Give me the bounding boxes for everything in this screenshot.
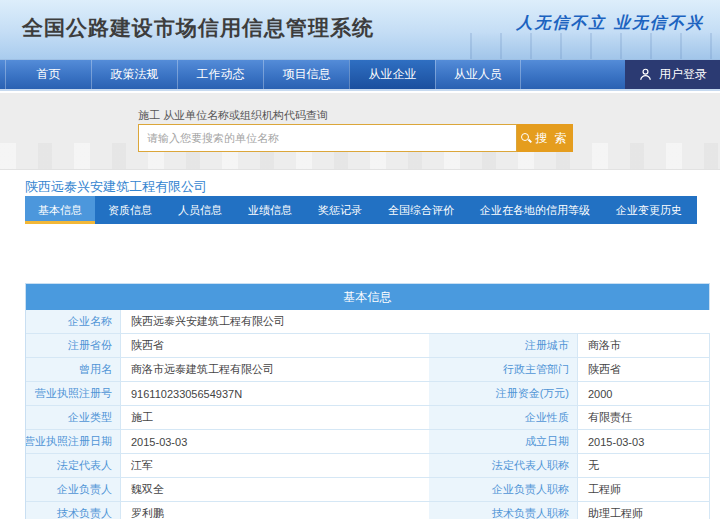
company-tabbar: 基本信息资质信息人员信息业绩信息奖惩记录全国综合评价企业在各地的信用等级企业变更… xyxy=(25,196,697,224)
row-value: 魏双全 xyxy=(121,478,429,502)
row-value: 2015-03-03 xyxy=(578,430,710,454)
nav-item-3[interactable]: 工作动态 xyxy=(177,60,263,89)
row-label: 企业名称 xyxy=(26,310,121,334)
tab-5[interactable]: 奖惩记录 xyxy=(305,196,375,224)
tab-7[interactable]: 企业在各地的信用等级 xyxy=(467,196,603,224)
row-value: 2000 xyxy=(578,382,710,406)
site-slogan: 人无信不立 业无信不兴 xyxy=(516,13,704,34)
row-label: 技术负责人职称 xyxy=(429,502,578,519)
row-label: 行政主管部门 xyxy=(429,358,578,382)
row-value: 无 xyxy=(578,454,710,478)
row-label: 法定代表人 xyxy=(26,454,121,478)
row-label: 曾用名 xyxy=(26,358,121,382)
row-value: 有限责任 xyxy=(578,406,710,430)
tab-2[interactable]: 资质信息 xyxy=(95,196,165,224)
nav-spacer xyxy=(521,60,625,89)
user-login-label: 用户登录 xyxy=(659,66,707,83)
search-icon xyxy=(521,133,532,144)
site-title: 全国公路建设市场信用信息管理系统 xyxy=(22,14,374,42)
row-label: 企业负责人职称 xyxy=(429,478,578,502)
row-label: 企业性质 xyxy=(429,406,578,430)
row-value: 助理工程师 xyxy=(578,502,710,519)
row-label: 注册省份 xyxy=(26,334,121,358)
user-icon xyxy=(638,67,653,82)
row-value: 商洛市远泰建筑工程有限公司 xyxy=(121,358,429,382)
table-title: 基本信息 xyxy=(26,284,709,310)
search-button[interactable]: 搜 索 xyxy=(517,124,573,152)
nav-item-2[interactable]: 政策法规 xyxy=(91,60,177,89)
tab-4[interactable]: 业绩信息 xyxy=(235,196,305,224)
search-row: 搜 索 xyxy=(138,124,573,152)
tab-3[interactable]: 人员信息 xyxy=(165,196,235,224)
nav-item-6[interactable]: 从业人员 xyxy=(435,60,521,89)
row-label: 营业执照注册日期 xyxy=(26,430,121,454)
row-value: 工程师 xyxy=(578,478,710,502)
info-table-body: 企业名称陕西远泰兴安建筑工程有限公司注册省份陕西省注册城市商洛市曾用名商洛市远泰… xyxy=(26,310,709,519)
search-input[interactable] xyxy=(138,124,517,152)
search-button-label: 搜 索 xyxy=(535,130,568,147)
row-value: 江军 xyxy=(121,454,429,478)
row-value: 商洛市 xyxy=(578,334,710,358)
nav-item-4[interactable]: 项目信息 xyxy=(263,60,349,89)
user-login-button[interactable]: 用户登录 xyxy=(625,60,720,89)
row-label: 注册城市 xyxy=(429,334,578,358)
row-value: 陕西省 xyxy=(578,358,710,382)
row-label: 技术负责人 xyxy=(26,502,121,519)
row-label: 法定代表人职称 xyxy=(429,454,578,478)
nav-items: 首页政策法规工作动态项目信息从业企业从业人员 xyxy=(5,60,521,89)
row-label: 成立日期 xyxy=(429,430,578,454)
tab-9[interactable]: 企业转移历史记录 xyxy=(695,196,720,224)
page: 全国公路建设市场信用信息管理系统 人无信不立 业无信不兴 首页政策法规工作动态项… xyxy=(0,0,720,519)
site-header: 全国公路建设市场信用信息管理系统 人无信不立 业无信不兴 xyxy=(0,0,720,60)
row-value: 2015-03-03 xyxy=(121,430,429,454)
row-value: 陕西远泰兴安建筑工程有限公司 xyxy=(121,310,710,334)
row-label: 注册资金(万元) xyxy=(429,382,578,406)
nav-item-5[interactable]: 从业企业 xyxy=(349,60,435,89)
tab-8[interactable]: 企业变更历史 xyxy=(603,196,695,224)
row-value: 陕西省 xyxy=(121,334,429,358)
nav-item-1[interactable]: 首页 xyxy=(5,60,91,89)
company-name: 陕西远泰兴安建筑工程有限公司 xyxy=(25,178,207,196)
search-section: 施工 从业单位名称或组织机构代码查询 搜 索 xyxy=(0,93,720,170)
row-value: 91611023305654937N xyxy=(121,382,429,406)
info-table: 基本信息 企业名称陕西远泰兴安建筑工程有限公司注册省份陕西省注册城市商洛市曾用名… xyxy=(25,283,710,519)
tab-6[interactable]: 全国综合评价 xyxy=(375,196,467,224)
search-section-label: 施工 从业单位名称或组织机构代码查询 xyxy=(138,108,328,123)
main-nav: 首页政策法规工作动态项目信息从业企业从业人员 用户登录 xyxy=(0,60,720,91)
row-label: 企业负责人 xyxy=(26,478,121,502)
bridge-graphic xyxy=(470,33,720,59)
row-value: 施工 xyxy=(121,406,429,430)
row-label: 企业类型 xyxy=(26,406,121,430)
tab-1[interactable]: 基本信息 xyxy=(25,196,95,224)
row-label: 营业执照注册号 xyxy=(26,382,121,406)
row-value: 罗利鹏 xyxy=(121,502,429,519)
